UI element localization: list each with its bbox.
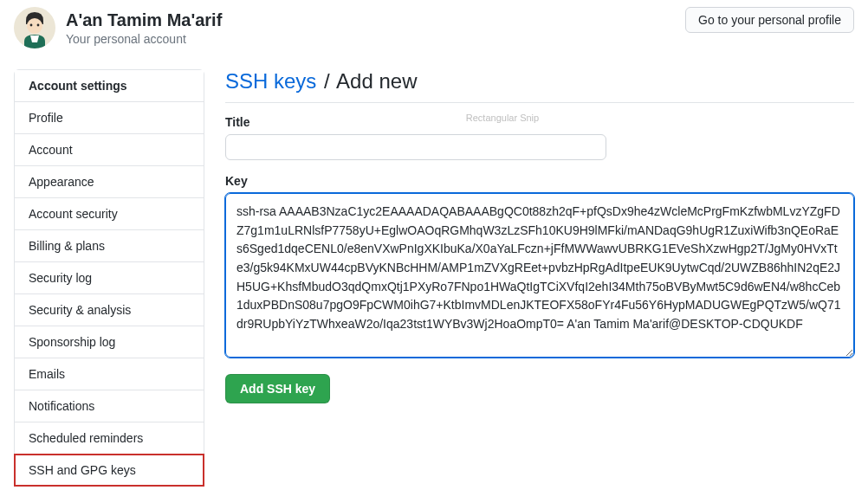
breadcrumb-separator: / bbox=[324, 69, 330, 93]
title-input[interactable] bbox=[225, 134, 606, 160]
sidebar-item-label: Security log bbox=[29, 271, 92, 285]
sidebar-item-profile[interactable]: Profile bbox=[15, 102, 204, 134]
key-label: Key bbox=[225, 174, 854, 188]
sidebar-item-security-log[interactable]: Security log bbox=[15, 262, 204, 294]
sidebar-item-label: Billing & plans bbox=[29, 239, 105, 253]
overlay-hint: Rectangular Snip bbox=[433, 113, 572, 123]
sidebar-item-sponsorship-log[interactable]: Sponsorship log bbox=[15, 326, 204, 358]
user-subtitle: Your personal account bbox=[66, 32, 222, 46]
breadcrumb-link[interactable]: SSH keys bbox=[225, 69, 316, 93]
sidebar-item-account[interactable]: Account bbox=[15, 134, 204, 166]
svg-point-1 bbox=[27, 18, 42, 34]
sidebar-item-label: Security & analysis bbox=[29, 303, 131, 317]
sidebar-item-label: Account bbox=[29, 143, 73, 157]
sidebar-item-notifications[interactable]: Notifications bbox=[15, 390, 204, 422]
sidebar-item-label: Scheduled reminders bbox=[29, 431, 143, 445]
sidebar-item-label: Appearance bbox=[29, 175, 94, 189]
sidebar-item-security-analysis[interactable]: Security & analysis bbox=[15, 294, 204, 326]
sidebar-item-account-security[interactable]: Account security bbox=[15, 198, 204, 230]
go-to-profile-button[interactable]: Go to your personal profile bbox=[685, 7, 854, 33]
user-name: A'an Tamim Ma'arif bbox=[66, 10, 222, 30]
sidebar-item-label: Notifications bbox=[29, 399, 94, 413]
sidebar-item-label: SSH and GPG keys bbox=[29, 463, 136, 477]
main-content: SSH keys / Add new Rectangular Snip Titl… bbox=[225, 69, 854, 487]
sidebar-item-billing-plans[interactable]: Billing & plans bbox=[15, 230, 204, 262]
sidebar-item-scheduled-reminders[interactable]: Scheduled reminders bbox=[15, 422, 204, 455]
sidebar-item-label: Account security bbox=[29, 207, 118, 221]
sidebar-header: Account settings bbox=[15, 70, 204, 102]
avatar[interactable] bbox=[14, 7, 55, 48]
breadcrumb-current: Add new bbox=[336, 69, 417, 93]
page-title: SSH keys / Add new bbox=[225, 69, 854, 103]
settings-sidebar: Account settings Profile Account Appeara… bbox=[14, 69, 204, 487]
svg-point-2 bbox=[30, 24, 33, 27]
sidebar-item-emails[interactable]: Emails bbox=[15, 358, 204, 390]
sidebar-item-ssh-gpg-keys[interactable]: SSH and GPG keys bbox=[15, 455, 204, 486]
svg-point-3 bbox=[37, 24, 40, 27]
key-textarea[interactable] bbox=[225, 193, 854, 358]
sidebar-item-appearance[interactable]: Appearance bbox=[15, 166, 204, 198]
sidebar-item-label: Profile bbox=[29, 111, 63, 125]
sidebar-item-label: Sponsorship log bbox=[29, 335, 115, 349]
sidebar-item-label: Emails bbox=[29, 367, 65, 381]
add-ssh-key-button[interactable]: Add SSH key bbox=[225, 374, 330, 403]
